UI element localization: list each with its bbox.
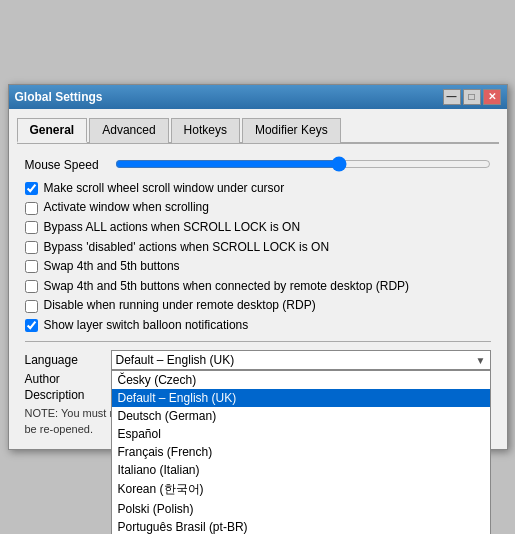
- checkbox-row: Bypass 'disabled' actions when SCROLL LO…: [25, 240, 491, 256]
- general-section: Mouse Speed Make scroll wheel scroll win…: [17, 152, 499, 442]
- checkbox-4[interactable]: [25, 260, 38, 273]
- dropdown-selected-text: Default – English (UK): [116, 353, 235, 367]
- divider: [25, 341, 491, 342]
- global-settings-window: Global Settings — □ ✕ General Advanced H…: [8, 84, 508, 451]
- dropdown-list[interactable]: Česky (Czech)Default – English (UK)Deuts…: [111, 370, 491, 534]
- tab-advanced[interactable]: Advanced: [89, 118, 168, 143]
- tab-modifier-keys[interactable]: Modifier Keys: [242, 118, 341, 143]
- content-area: General Advanced Hotkeys Modifier Keys M…: [9, 109, 507, 450]
- window-title: Global Settings: [15, 90, 103, 104]
- description-label: Description: [25, 388, 105, 402]
- checkbox-label: Bypass 'disabled' actions when SCROLL LO…: [44, 240, 330, 256]
- tab-bar: General Advanced Hotkeys Modifier Keys: [17, 117, 499, 144]
- dropdown-item[interactable]: Deutsch (German): [112, 407, 490, 425]
- checkbox-label: Show layer switch balloon notifications: [44, 318, 249, 334]
- mouse-speed-slider[interactable]: [115, 156, 491, 172]
- mouse-speed-row: Mouse Speed: [25, 156, 491, 175]
- checkbox-row: Swap 4th and 5th buttons: [25, 259, 491, 275]
- language-dropdown[interactable]: Default – English (UK) ▼ Česky (Czech)De…: [111, 350, 491, 370]
- tab-general[interactable]: General: [17, 118, 88, 143]
- dropdown-item[interactable]: Português Brasil (pt-BR): [112, 518, 490, 534]
- checkbox-2[interactable]: [25, 221, 38, 234]
- dropdown-item[interactable]: Español: [112, 425, 490, 443]
- checkboxes-container: Make scroll wheel scroll window under cu…: [25, 181, 491, 334]
- checkbox-label: Make scroll wheel scroll window under cu…: [44, 181, 285, 197]
- checkbox-5[interactable]: [25, 280, 38, 293]
- checkbox-label: Swap 4th and 5th buttons when connected …: [44, 279, 410, 295]
- dropdown-item[interactable]: Česky (Czech): [112, 371, 490, 389]
- language-row: Language Default – English (UK) ▼ Česky …: [25, 350, 491, 370]
- checkbox-row: Make scroll wheel scroll window under cu…: [25, 181, 491, 197]
- checkbox-label: Disable when running under remote deskto…: [44, 298, 316, 314]
- checkbox-1[interactable]: [25, 202, 38, 215]
- close-button[interactable]: ✕: [483, 89, 501, 105]
- checkbox-label: Activate window when scrolling: [44, 200, 209, 216]
- dropdown-header[interactable]: Default – English (UK) ▼: [111, 350, 491, 370]
- chevron-down-icon: ▼: [476, 355, 486, 366]
- title-bar: Global Settings — □ ✕: [9, 85, 507, 109]
- language-label: Language: [25, 350, 105, 367]
- author-label: Author: [25, 372, 105, 386]
- checkbox-row: Disable when running under remote deskto…: [25, 298, 491, 314]
- checkbox-3[interactable]: [25, 241, 38, 254]
- checkbox-row: Bypass ALL actions when SCROLL LOCK is O…: [25, 220, 491, 236]
- mouse-speed-slider-container: [115, 156, 491, 175]
- checkbox-label: Bypass ALL actions when SCROLL LOCK is O…: [44, 220, 301, 236]
- dropdown-item[interactable]: Default – English (UK): [112, 389, 490, 407]
- checkbox-6[interactable]: [25, 300, 38, 313]
- dropdown-item[interactable]: Italiano (Italian): [112, 461, 490, 479]
- checkbox-row: Show layer switch balloon notifications: [25, 318, 491, 334]
- checkbox-7[interactable]: [25, 319, 38, 332]
- tab-hotkeys[interactable]: Hotkeys: [171, 118, 240, 143]
- dropdown-item[interactable]: Korean (한국어): [112, 479, 490, 500]
- checkbox-label: Swap 4th and 5th buttons: [44, 259, 180, 275]
- title-bar-buttons: — □ ✕: [443, 89, 501, 105]
- checkbox-row: Swap 4th and 5th buttons when connected …: [25, 279, 491, 295]
- checkbox-row: Activate window when scrolling: [25, 200, 491, 216]
- checkbox-0[interactable]: [25, 182, 38, 195]
- dropdown-item[interactable]: Polski (Polish): [112, 500, 490, 518]
- minimize-button[interactable]: —: [443, 89, 461, 105]
- maximize-button[interactable]: □: [463, 89, 481, 105]
- dropdown-item[interactable]: Français (French): [112, 443, 490, 461]
- mouse-speed-label: Mouse Speed: [25, 158, 115, 172]
